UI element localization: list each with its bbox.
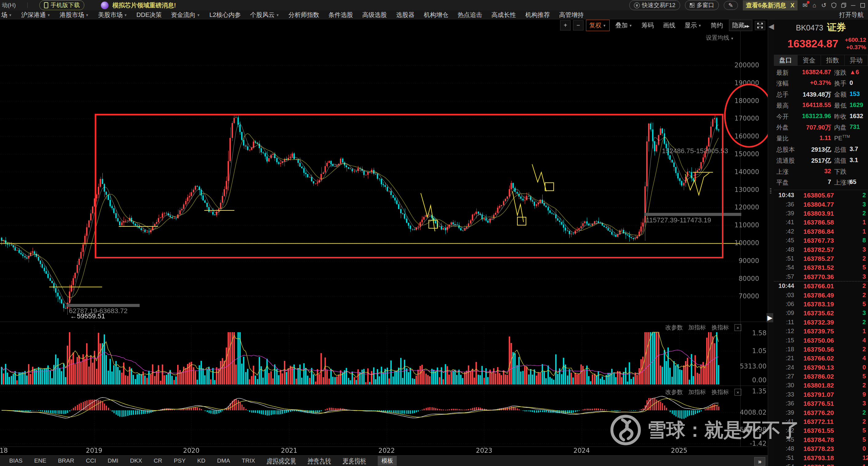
tick-row[interactable]: :45163767.738: [774, 236, 868, 245]
tick-row[interactable]: :48163782.573: [774, 245, 868, 254]
indicator-tab-更多指标[interactable]: 更多指标: [343, 457, 366, 465]
menu-item-个股风云[interactable]: 个股风云▼: [250, 11, 279, 19]
close-icon[interactable]: ×: [735, 324, 741, 331]
shield-icon[interactable]: [831, 2, 836, 8]
indicator-tab-DMI[interactable]: DMI: [107, 457, 118, 464]
tick-row[interactable]: :51163785.272: [774, 254, 868, 263]
tick-row[interactable]: :57163770.363: [774, 272, 868, 281]
close-icon[interactable]: X: [790, 2, 795, 9]
set-ma-button[interactable]: 设置均线▼: [706, 34, 734, 42]
menu-item-机构推荐[interactable]: 机构推荐: [525, 11, 550, 19]
menu-item-沪深港通[interactable]: 沪深港通▼: [21, 11, 51, 19]
quote-tab-指数[interactable]: 指数: [821, 55, 845, 65]
tick-row[interactable]: :06163783.195: [774, 300, 868, 309]
window-menu[interactable]: 动(H): [2, 1, 16, 9]
link-加指标[interactable]: 加指标: [688, 388, 706, 396]
link-换指标[interactable]: 换指标: [711, 323, 729, 332]
tick-row[interactable]: :41163786.581: [774, 218, 868, 227]
indicator-tab-CCI[interactable]: CCI: [86, 457, 96, 464]
indicator-tab-TRIX[interactable]: TRIX: [242, 457, 255, 464]
menu-item-选股器[interactable]: 选股器: [396, 11, 414, 19]
close-icon[interactable]: ×: [735, 389, 741, 396]
indicator-tab-BRAR[interactable]: BRAR: [58, 457, 74, 464]
link-加指标[interactable]: 加指标: [688, 323, 706, 332]
refresh-icon[interactable]: ↺: [821, 2, 827, 8]
toolbar-button-显示[interactable]: 显示▼: [681, 20, 705, 31]
indicator-tab-模板[interactable]: 模板: [378, 456, 397, 466]
menu-item-资金流向[interactable]: 资金流向▼: [171, 11, 200, 19]
menu-item-条件选股[interactable]: 条件选股: [329, 11, 353, 19]
link-换指标[interactable]: 换指标: [711, 388, 729, 396]
menu-item-L2核心内参[interactable]: L2核心内参: [210, 11, 241, 19]
toolbar-button-叠加[interactable]: 叠加▼: [612, 20, 636, 31]
home-icon[interactable]: ⌂: [813, 2, 816, 8]
indicator-tab-神奇九转[interactable]: 神奇九转: [308, 457, 331, 465]
menu-item-高级选股[interactable]: 高级选股: [362, 11, 387, 19]
tick-row[interactable]: :51163793.1812: [774, 454, 868, 462]
new-messages-banner[interactable]: 查看6条新消息 X: [743, 0, 798, 10]
menu-item-机构增仓[interactable]: 机构增仓: [424, 11, 448, 19]
menu-item-高管增持[interactable]: 高管增持: [559, 11, 584, 19]
tick-row[interactable]: 10:44163766.012: [774, 281, 868, 290]
open-navigation-link[interactable]: 打开导航: [839, 11, 864, 19]
tick-row[interactable]: :33163791.079: [774, 390, 868, 399]
toolbar-button-−[interactable]: −: [573, 20, 584, 30]
tick-row[interactable]: :12163739.751: [774, 327, 868, 336]
menu-item-分析师指数[interactable]: 分析师指数: [288, 11, 319, 19]
tick-row[interactable]: :54163781.525: [774, 263, 868, 272]
tick-row[interactable]: :03163786.492: [774, 291, 868, 300]
menu-item-港股市场[interactable]: 港股市场▼: [60, 11, 89, 19]
link-改参数[interactable]: 改参数: [665, 388, 683, 396]
toolbar-button-画线[interactable]: 画线: [660, 20, 679, 31]
menu-item-场[interactable]: 场▼: [1, 11, 12, 19]
link-改参数[interactable]: 改参数: [665, 323, 683, 332]
menu-item-美股市场[interactable]: 美股市场▼: [98, 11, 127, 19]
tick-row[interactable]: :27163786.025: [774, 372, 868, 381]
tick-row[interactable]: :39163803.912: [774, 209, 868, 218]
tick-row[interactable]: :15163750.064: [774, 336, 868, 345]
annotation-ellipse[interactable]: [724, 84, 774, 148]
indicator-tab-虚拟成交量[interactable]: 虚拟成交量: [267, 457, 296, 465]
menu-item-高成长性[interactable]: 高成长性: [492, 11, 516, 19]
quote-tab-盘口[interactable]: 盘口: [774, 55, 798, 65]
minimize-icon[interactable]: ─: [851, 2, 856, 8]
toolbar-button-隐藏[interactable]: 隐藏▶▶: [729, 20, 752, 31]
mobile-download-button[interactable]: 手机版下载: [39, 0, 84, 10]
toolbar-button-简约[interactable]: 简约: [708, 20, 726, 31]
quick-trade-button[interactable]: ¥ 快速交易F12: [629, 0, 680, 10]
tick-row[interactable]: :11163732.392: [774, 318, 868, 327]
mail-icon[interactable]: ✉: [803, 2, 808, 8]
indicator-tab-BIAS[interactable]: BIAS: [9, 457, 23, 464]
tick-row[interactable]: :30163801.822: [774, 381, 868, 390]
multi-window-button[interactable]: 多窗口: [685, 0, 719, 10]
tick-row[interactable]: :54163791.871: [774, 462, 868, 466]
assistant-icon[interactable]: [101, 2, 108, 9]
collapse-panel-button[interactable]: ◀: [768, 22, 774, 31]
tick-row[interactable]: 10:43163805.672: [774, 191, 868, 199]
show-more-button[interactable]: ▶: [767, 313, 773, 322]
tick-row[interactable]: :24163790.130: [774, 363, 868, 372]
quote-tab-异动[interactable]: 异动: [845, 55, 868, 65]
panel-divider[interactable]: [768, 19, 774, 466]
indicator-tab-PSY[interactable]: PSY: [174, 457, 185, 464]
indicator-tab-DMA[interactable]: DMA: [217, 457, 230, 464]
tick-row[interactable]: :36163776.513: [774, 399, 868, 408]
tick-row[interactable]: :09163735.623: [774, 309, 868, 317]
tick-row[interactable]: :21163766.024: [774, 354, 868, 363]
annotation-rectangle[interactable]: [95, 114, 723, 258]
indicator-tab-CR[interactable]: CR: [154, 457, 162, 464]
indicator-tab-ENE[interactable]: ENE: [34, 457, 46, 464]
indicator-tab-KD[interactable]: KD: [197, 457, 205, 464]
menu-item-DDE决策[interactable]: DDE决策: [136, 11, 162, 19]
toolbar-button-复权[interactable]: 复权▼: [586, 20, 610, 31]
tick-row[interactable]: :36163804.773: [774, 200, 868, 209]
toolbar-button-+[interactable]: +: [560, 20, 570, 30]
fullscreen-button[interactable]: [755, 21, 765, 30]
toolbar-button-筹码[interactable]: 筹码: [638, 20, 657, 31]
quote-tab-资金[interactable]: 资金: [798, 55, 821, 65]
expand-indicators-button[interactable]: »: [754, 457, 765, 466]
maximize-icon[interactable]: [860, 3, 865, 8]
indicator-tab-DKX[interactable]: DKX: [130, 457, 142, 464]
feedback-button[interactable]: ✎: [724, 1, 738, 10]
menu-item-热点追击[interactable]: 热点追击: [458, 11, 482, 19]
